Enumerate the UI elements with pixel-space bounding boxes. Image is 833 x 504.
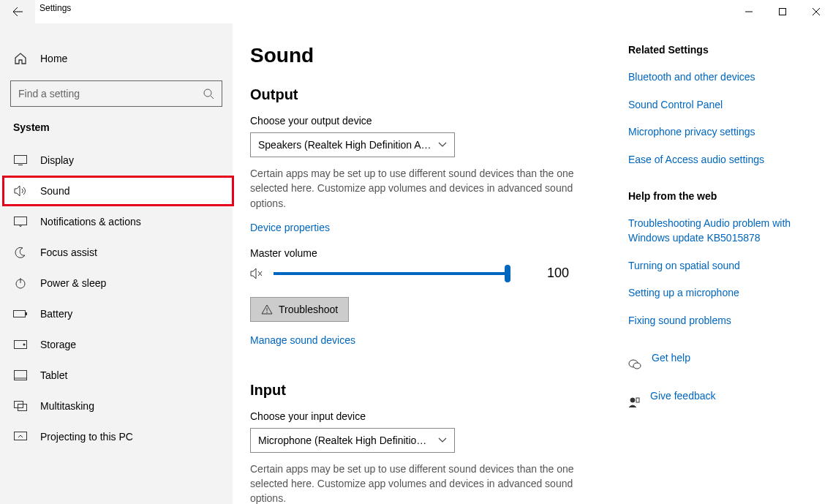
aside-panel: Related Settings Bluetooth and other dev… — [628, 44, 818, 504]
main-panel: Sound Output Choose your output device S… — [250, 44, 622, 504]
tablet-icon — [13, 370, 28, 380]
related-settings-heading: Related Settings — [628, 44, 818, 56]
help-link-fix-sound[interactable]: Fixing sound problems — [628, 314, 818, 328]
svg-rect-23 — [636, 398, 639, 402]
output-choose-label: Choose your output device — [250, 115, 622, 127]
window-controls — [732, 0, 833, 23]
volume-slider-row: 100 — [250, 265, 622, 282]
help-link-setup-mic[interactable]: Setting up a microphone — [628, 286, 818, 301]
nav-label: Display — [40, 154, 74, 166]
notifications-icon — [13, 217, 28, 227]
sidebar-item-multitasking[interactable]: Multitasking — [0, 391, 233, 421]
svg-line-3 — [211, 96, 214, 99]
svg-point-2 — [204, 89, 211, 97]
help-web-heading: Help from the web — [628, 190, 818, 202]
sidebar-item-battery[interactable]: Battery — [0, 298, 233, 329]
chevron-down-icon — [438, 437, 447, 443]
battery-icon — [13, 309, 28, 318]
input-choose-label: Choose your input device — [250, 410, 622, 422]
related-link-bluetooth[interactable]: Bluetooth and other devices — [628, 70, 818, 85]
sound-icon — [13, 185, 28, 197]
back-arrow-icon — [12, 6, 23, 18]
window-title: Settings — [35, 0, 732, 13]
svg-rect-17 — [15, 432, 27, 440]
chevron-down-icon — [438, 142, 447, 148]
sidebar-item-focus-assist[interactable]: Focus assist — [0, 237, 233, 268]
nav-label: Sound — [40, 185, 69, 197]
maximize-button[interactable] — [766, 0, 799, 23]
sidebar-item-storage[interactable]: Storage — [0, 329, 233, 360]
svg-rect-13 — [15, 371, 27, 380]
nav-label: Tablet — [40, 369, 67, 381]
svg-rect-1 — [780, 9, 786, 15]
sidebar-item-display[interactable]: Display — [0, 145, 233, 176]
nav-label: Notifications & actions — [40, 216, 141, 227]
nav-label: Multitasking — [40, 400, 94, 412]
help-icon — [628, 359, 641, 371]
input-heading: Input — [250, 382, 622, 399]
svg-rect-9 — [14, 311, 26, 317]
related-link-ease-access[interactable]: Ease of Access audio settings — [628, 153, 818, 168]
sidebar-item-projecting[interactable]: Projecting to this PC — [0, 421, 233, 452]
home-icon — [13, 52, 28, 65]
input-device-select[interactable]: Microphone (Realtek High Definitio… — [250, 428, 455, 453]
troubleshoot-label: Troubleshoot — [279, 304, 338, 315]
sidebar-item-tablet[interactable]: Tablet — [0, 360, 233, 391]
svg-rect-4 — [15, 156, 27, 164]
display-icon — [13, 155, 28, 165]
nav-label: Projecting to this PC — [40, 431, 133, 443]
output-device-value: Speakers (Realtek High Definition A… — [258, 139, 431, 151]
home-nav[interactable]: Home — [0, 44, 233, 73]
master-volume-label: Master volume — [250, 247, 622, 259]
device-properties-link[interactable]: Device properties — [250, 222, 330, 233]
selection-highlight-box — [2, 176, 234, 206]
moon-icon — [13, 247, 28, 258]
sidebar-item-notifications[interactable]: Notifications & actions — [0, 206, 233, 237]
section-label: System — [0, 116, 233, 145]
volume-slider[interactable] — [274, 265, 508, 282]
help-link-troubleshoot-audio[interactable]: Troubleshooting Audio problem with Windo… — [628, 217, 818, 245]
related-link-sound-control[interactable]: Sound Control Panel — [628, 98, 818, 113]
get-help-link[interactable]: Get help — [652, 351, 690, 366]
storage-icon — [13, 340, 28, 349]
give-feedback-link[interactable]: Give feedback — [650, 389, 716, 404]
troubleshoot-button[interactable]: Troubleshoot — [250, 297, 349, 322]
related-link-mic-privacy[interactable]: Microphone privacy settings — [628, 125, 818, 140]
search-input[interactable] — [18, 88, 203, 99]
search-icon — [203, 88, 214, 99]
help-link-spatial-sound[interactable]: Turning on spatial sound — [628, 259, 818, 274]
svg-point-12 — [23, 344, 26, 346]
title-bar: Settings — [0, 0, 833, 23]
close-button[interactable] — [799, 0, 833, 23]
content-area: Sound Output Choose your output device S… — [233, 23, 833, 504]
output-heading: Output — [250, 86, 622, 103]
input-device-value: Microphone (Realtek High Definitio… — [258, 435, 426, 446]
projecting-icon — [13, 432, 28, 442]
output-help-text: Certain apps may be set up to use differ… — [250, 166, 587, 211]
svg-rect-6 — [15, 217, 27, 225]
svg-point-21 — [633, 363, 641, 369]
manage-sound-devices-link[interactable]: Manage sound devices — [250, 334, 355, 346]
nav-label: Storage — [40, 339, 76, 350]
svg-point-22 — [630, 398, 635, 402]
nav-label: Focus assist — [40, 247, 97, 258]
multitasking-icon — [13, 401, 28, 411]
minimize-button[interactable] — [732, 0, 766, 23]
sidebar-item-sound[interactable]: Sound — [0, 176, 233, 206]
svg-rect-10 — [26, 312, 27, 315]
back-button[interactable] — [0, 0, 35, 23]
svg-point-19 — [266, 312, 268, 313]
power-icon — [13, 277, 28, 289]
page-title: Sound — [250, 44, 622, 67]
search-box[interactable] — [10, 80, 222, 107]
give-feedback-row[interactable]: Give feedback — [628, 389, 818, 417]
volume-value: 100 — [547, 266, 569, 281]
sidebar-item-power-sleep[interactable]: Power & sleep — [0, 268, 233, 298]
nav-label: Battery — [40, 308, 72, 320]
warning-icon — [261, 304, 273, 315]
feedback-icon — [628, 397, 640, 409]
sidebar: Home System Display Sound Notifications … — [0, 23, 233, 504]
output-device-select[interactable]: Speakers (Realtek High Definition A… — [250, 132, 455, 157]
speaker-mute-icon[interactable] — [250, 268, 263, 279]
get-help-row[interactable]: Get help — [628, 351, 818, 379]
